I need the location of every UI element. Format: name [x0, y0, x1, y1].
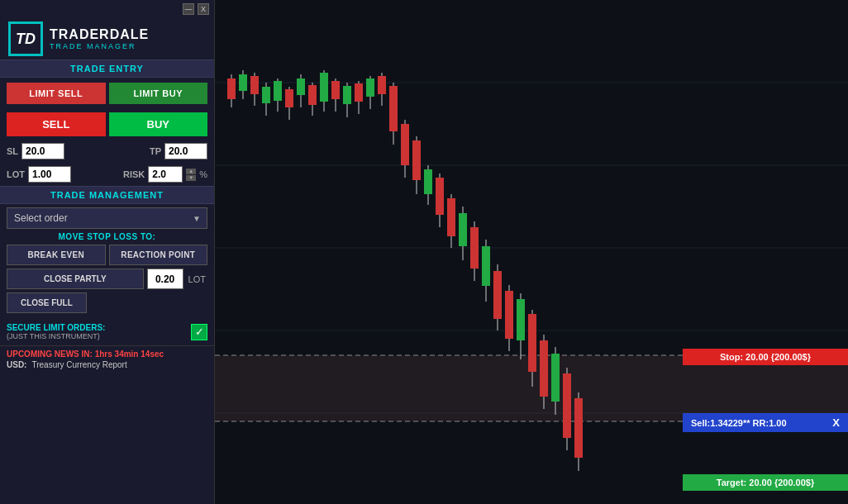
sl-input[interactable] — [21, 143, 64, 159]
sl-label: SL — [7, 146, 18, 156]
close-full-button[interactable]: CLOSE FULL — [7, 292, 87, 313]
sell-close-button[interactable]: X — [832, 416, 840, 429]
risk-input[interactable] — [148, 166, 183, 183]
limit-sell-button[interactable]: LIMIT SELL — [7, 83, 106, 104]
svg-rect-54 — [482, 246, 490, 286]
news-usd-row: USD: Treasury Currency Report — [7, 359, 207, 369]
svg-rect-70 — [574, 398, 583, 458]
close-partly-row: CLOSE PARTLY LOT — [7, 267, 207, 291]
svg-rect-44 — [424, 169, 432, 194]
upcoming-news-label: UPCOMING NEWS IN: 1hrs 34min 14sec — [7, 349, 207, 359]
svg-rect-18 — [274, 81, 282, 101]
svg-rect-48 — [447, 198, 455, 236]
svg-rect-58 — [505, 291, 513, 339]
sl-tp-row: SL TP — [0, 140, 214, 163]
svg-rect-22 — [297, 78, 305, 95]
risk-label: RISK — [123, 169, 145, 179]
risk-down-button[interactable]: ▼ — [186, 175, 196, 181]
svg-rect-36 — [378, 76, 386, 94]
chart-canvas: Stop: 20.00 {200.00$} Sell:1.34229** RR:… — [215, 0, 848, 504]
svg-rect-56 — [493, 271, 502, 319]
left-panel: — X TD TRADERDALE TRADE MANAGER TRADE EN… — [0, 0, 215, 504]
svg-rect-62 — [528, 314, 536, 372]
svg-rect-42 — [412, 140, 421, 180]
close-partly-button[interactable]: CLOSE PARTLY — [7, 269, 144, 289]
svg-rect-46 — [436, 178, 444, 215]
sell-buy-row: SELL BUY — [0, 107, 214, 140]
tp-input[interactable] — [164, 143, 207, 159]
risk-up-button[interactable]: ▲ — [186, 169, 196, 174]
svg-rect-60 — [517, 299, 525, 340]
minimize-button[interactable]: — — [183, 3, 194, 15]
chart-area: Stop: 20.00 {200.00$} Sell:1.34229** RR:… — [215, 0, 848, 504]
risk-pct-label: % — [199, 169, 207, 179]
mgmt-section: Select order MOVE STOP LOSS TO: BREAK EV… — [0, 204, 214, 318]
svg-rect-40 — [401, 124, 409, 165]
window-controls: — X — [0, 0, 214, 18]
logo-area: TD TRADERDALE TRADE MANAGER — [0, 18, 214, 59]
svg-rect-26 — [320, 73, 328, 102]
svg-rect-28 — [331, 81, 340, 99]
brand-name: TRADERDALE — [50, 27, 149, 42]
close-partly-lot-input[interactable] — [147, 269, 183, 289]
close-full-row: CLOSE FULL — [7, 291, 207, 315]
brand-subtitle: TRADE MANAGER — [50, 42, 149, 50]
sell-box: Sell:1.34229** RR:1.00 X — [683, 413, 848, 432]
lot-input[interactable] — [28, 166, 71, 183]
buy-button[interactable]: BUY — [109, 112, 208, 136]
svg-rect-38 — [389, 86, 398, 131]
tp-label: TP — [150, 146, 161, 156]
order-select-wrapper: Select order — [7, 207, 207, 229]
secure-label: SECURE LIMIT ORDERS: — [7, 323, 184, 332]
news-bar: UPCOMING NEWS IN: 1hrs 34min 14sec USD: … — [0, 345, 214, 373]
close-partly-lot-label: LOT — [187, 269, 207, 289]
svg-rect-10 — [227, 78, 236, 99]
svg-rect-32 — [355, 83, 363, 102]
move-stop-label: MOVE STOP LOSS TO: — [7, 229, 207, 243]
order-select[interactable]: Select order — [7, 207, 207, 229]
svg-rect-66 — [551, 354, 560, 402]
secure-sublabel: (JUST THIS INSTRUMENT) — [7, 332, 184, 340]
limit-buttons-row: LIMIT SELL LIMIT BUY — [0, 78, 214, 107]
svg-rect-30 — [343, 86, 351, 104]
svg-rect-20 — [285, 89, 293, 107]
stop-box: Stop: 20.00 {200.00$} — [683, 349, 848, 365]
news-currency-value: Treasury Currency Report — [31, 360, 126, 369]
sell-button[interactable]: SELL — [7, 112, 106, 136]
risk-spinner[interactable]: ▲ ▼ — [186, 169, 196, 181]
svg-rect-64 — [540, 340, 548, 397]
break-even-reaction-row: BREAK EVEN REACTION POINT — [7, 243, 207, 267]
target-box: Target: 20.00 {200.00$} — [683, 474, 848, 491]
svg-rect-12 — [239, 74, 247, 91]
secure-checkbox[interactable]: ✓ — [191, 324, 207, 340]
trade-mgmt-header: TRADE MANAGEMENT — [0, 186, 214, 204]
break-even-button[interactable]: BREAK EVEN — [7, 245, 106, 265]
limit-buy-button[interactable]: LIMIT BUY — [109, 83, 208, 104]
trade-entry-header: TRADE ENTRY — [0, 59, 214, 78]
logo-icon: TD — [8, 21, 43, 56]
logo-text: TRADERDALE TRADE MANAGER — [50, 27, 149, 50]
svg-rect-50 — [459, 213, 467, 246]
lot-risk-row: LOT RISK ▲ ▼ % — [0, 163, 214, 186]
svg-rect-52 — [470, 227, 479, 269]
news-currency-label: USD: — [7, 360, 26, 369]
svg-rect-34 — [366, 78, 374, 97]
lot-label: LOT — [7, 169, 25, 179]
svg-rect-24 — [308, 85, 317, 105]
svg-rect-16 — [262, 87, 270, 103]
secure-orders-row: SECURE LIMIT ORDERS: (JUST THIS INSTRUME… — [0, 318, 214, 345]
svg-rect-68 — [563, 373, 571, 438]
reaction-point-button[interactable]: REACTION POINT — [109, 245, 208, 265]
svg-rect-14 — [250, 76, 259, 94]
close-button[interactable]: X — [198, 3, 209, 15]
